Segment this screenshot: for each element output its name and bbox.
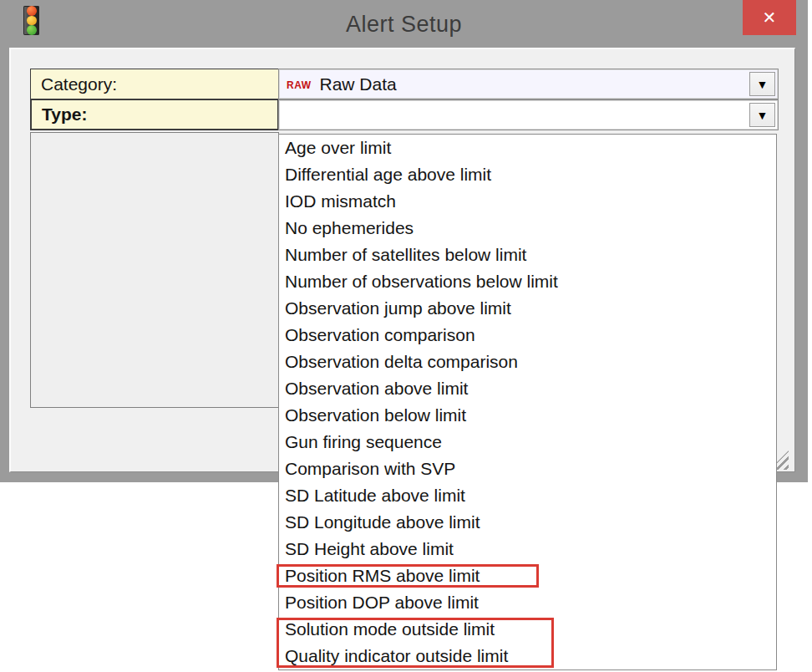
list-item[interactable]: Observation above limit: [279, 375, 776, 402]
type-label: Type:: [30, 99, 279, 130]
list-item[interactable]: Quality indicator outside limit: [279, 643, 776, 669]
raw-data-badge-icon: RAW: [287, 79, 312, 91]
category-dropdown-button[interactable]: ▼: [749, 72, 775, 96]
list-item[interactable]: Age over limit: [279, 135, 776, 161]
list-item[interactable]: No ephemerides: [279, 215, 776, 242]
close-icon: ✕: [763, 8, 777, 28]
list-item[interactable]: Observation jump above limit: [279, 295, 776, 322]
list-item[interactable]: IOD mismatch: [279, 188, 776, 215]
category-dropdown[interactable]: RAW Raw Data ▼: [278, 69, 779, 99]
page-title: Alert Setup: [0, 12, 808, 38]
type-config-panel: [30, 132, 279, 408]
list-item[interactable]: Number of observations below limit: [279, 268, 776, 295]
category-label: Category:: [30, 69, 279, 99]
list-item[interactable]: Gun firing sequence: [279, 429, 776, 456]
list-item[interactable]: Position DOP above limit: [279, 589, 776, 616]
list-item[interactable]: Comparison with SVP: [279, 456, 776, 482]
list-item[interactable]: Observation below limit: [279, 402, 776, 429]
list-item[interactable]: Solution mode outside limit: [279, 616, 776, 643]
list-item[interactable]: SD Height above limit: [279, 536, 776, 563]
type-dropdown[interactable]: ▼: [278, 99, 779, 130]
list-item[interactable]: Differential age above limit: [279, 161, 776, 188]
list-item[interactable]: Observation delta comparison: [279, 349, 776, 375]
chevron-down-icon: ▼: [757, 78, 769, 91]
chevron-down-icon: ▼: [757, 109, 769, 122]
list-item[interactable]: Position RMS above limit: [279, 563, 776, 589]
list-item[interactable]: SD Longitude above limit: [279, 509, 776, 536]
list-item[interactable]: Observation comparison: [279, 322, 776, 349]
type-options-list: Age over limitDifferential age above lim…: [278, 134, 777, 670]
category-value: Raw Data: [320, 74, 397, 94]
type-dropdown-button[interactable]: ▼: [749, 103, 775, 127]
list-item[interactable]: SD Latitude above limit: [279, 482, 776, 509]
title-bar[interactable]: Alert Setup ✕: [0, 0, 808, 48]
list-item[interactable]: Number of satellites below limit: [279, 242, 776, 268]
close-button[interactable]: ✕: [743, 0, 796, 35]
